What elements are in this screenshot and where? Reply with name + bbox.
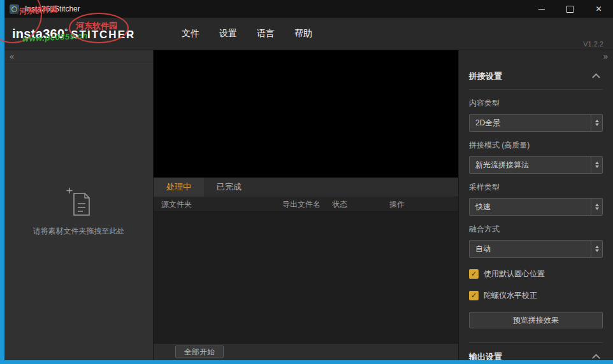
main-menu: 文件 设置 语言 帮助 <box>182 28 312 39</box>
stitch-mode-dropdown[interactable]: 新光流拼接算法 <box>469 156 603 174</box>
tab-completed[interactable]: 已完成 <box>204 178 254 197</box>
window-title: Insta360Stitcher <box>25 4 80 13</box>
logo-insta-text: insta360 <box>12 27 64 41</box>
stitch-mode-label: 拼接模式 (高质量) <box>469 140 603 151</box>
output-settings-title: 输出设置 <box>469 351 502 360</box>
stitch-mode-value: 新光流拼接算法 <box>470 160 591 171</box>
blend-mode-label: 融合方式 <box>469 224 603 235</box>
stitch-settings-header[interactable]: 拼接设置 <box>469 62 603 90</box>
logo-degree-mark: ° <box>64 27 68 36</box>
menu-file[interactable]: 文件 <box>182 28 199 39</box>
chevron-up-icon <box>592 73 600 81</box>
titlebar: Insta360Stitcher ✕ <box>4 0 613 18</box>
close-button[interactable]: ✕ <box>584 0 613 18</box>
stitch-settings-title: 拼接设置 <box>469 71 502 82</box>
content-type-value: 2D全景 <box>470 118 591 129</box>
default-center-checkbox-row[interactable]: ✓ 使用默认圆心位置 <box>469 269 603 279</box>
app-window: Insta360Stitcher ✕ insta360°STITCHER 文件 … <box>4 0 613 360</box>
dropdown-arrows-icon <box>591 157 602 173</box>
minimize-button[interactable] <box>527 0 556 18</box>
dropdown-arrows-icon <box>591 115 602 131</box>
column-status: 状态 <box>332 199 389 210</box>
dropzone-hint-text: 请将素材文件夹拖拽至此处 <box>33 226 125 237</box>
maximize-button[interactable] <box>556 0 584 18</box>
content-type-dropdown[interactable]: 2D全景 <box>469 114 603 132</box>
screen: Insta360Stitcher ✕ insta360°STITCHER 文件 … <box>0 0 613 364</box>
tab-processing[interactable]: 处理中 <box>154 178 204 197</box>
desktop-edge-left <box>0 0 4 364</box>
default-center-checkbox[interactable]: ✓ <box>469 269 479 279</box>
check-icon: ✓ <box>471 292 477 299</box>
gyro-correction-checkbox-row[interactable]: ✓ 陀螺仪水平校正 <box>469 290 603 301</box>
default-center-label: 使用默认圆心位置 <box>484 269 545 279</box>
chevron-up-icon <box>592 354 600 360</box>
minimize-icon <box>538 9 545 10</box>
right-panel: » 拼接设置 内容类型 2D全景 拼接模式 (高质量) 新光流拼接算法 <box>458 50 613 360</box>
collapse-right-button[interactable]: » <box>603 52 608 60</box>
preview-stitch-button[interactable]: 预览拼接效果 <box>469 312 603 328</box>
column-operation: 操作 <box>389 199 458 210</box>
queue-bottom-bar: 全部开始 <box>154 343 458 360</box>
left-panel: « 请将素材文件夹拖拽至此处 <box>4 50 154 360</box>
column-export-name: 导出文件名 <box>282 199 332 210</box>
header-bar: insta360°STITCHER 文件 设置 语言 帮助 V1.2.2 <box>4 18 613 50</box>
blend-mode-value: 自动 <box>470 244 591 255</box>
content-type-label: 内容类型 <box>469 98 603 109</box>
drag-folder-icon <box>64 186 94 218</box>
settings-content: 拼接设置 内容类型 2D全景 拼接模式 (高质量) 新光流拼接算法 采样类型 <box>459 62 613 360</box>
close-icon: ✕ <box>595 5 602 13</box>
column-source-folder: 源文件夹 <box>154 199 282 210</box>
sampling-type-value: 快速 <box>470 202 591 213</box>
menu-language[interactable]: 语言 <box>257 28 275 39</box>
menu-help[interactable]: 帮助 <box>294 28 312 39</box>
preview-area <box>154 50 458 178</box>
output-settings-header[interactable]: 输出设置 <box>469 342 603 360</box>
left-panel-topbar: « <box>4 50 153 62</box>
desktop-edge-bottom <box>0 360 613 364</box>
maximize-icon <box>566 6 573 13</box>
app-icon <box>10 4 19 14</box>
queue-tabbar: 处理中 已完成 <box>154 178 458 197</box>
app-logo: insta360°STITCHER <box>12 27 157 41</box>
dropdown-arrows-icon <box>591 199 602 215</box>
right-panel-topbar: » <box>459 50 613 62</box>
gyro-correction-checkbox[interactable]: ✓ <box>469 291 479 300</box>
gyro-correction-label: 陀螺仪水平校正 <box>484 290 537 301</box>
sampling-type-dropdown[interactable]: 快速 <box>469 198 603 216</box>
sampling-type-label: 采样类型 <box>469 182 603 193</box>
start-all-button[interactable]: 全部开始 <box>175 346 224 358</box>
folder-dropzone[interactable]: 请将素材文件夹拖拽至此处 <box>4 62 153 360</box>
dropdown-arrows-icon <box>591 241 602 257</box>
center-panel: 处理中 已完成 源文件夹 导出文件名 状态 操作 全部开始 <box>154 50 458 360</box>
main-area: « 请将素材文件夹拖拽至此处 <box>4 50 613 360</box>
menu-settings[interactable]: 设置 <box>219 28 237 39</box>
blend-mode-dropdown[interactable]: 自动 <box>469 240 603 258</box>
queue-table-body <box>154 212 458 343</box>
logo-stitcher-text: STITCHER <box>71 29 135 41</box>
collapse-left-button[interactable]: « <box>10 52 14 60</box>
window-controls: ✕ <box>527 0 613 18</box>
check-icon: ✓ <box>471 270 477 277</box>
queue-table-header: 源文件夹 导出文件名 状态 操作 <box>154 197 458 212</box>
version-label: V1.2.2 <box>583 40 603 48</box>
